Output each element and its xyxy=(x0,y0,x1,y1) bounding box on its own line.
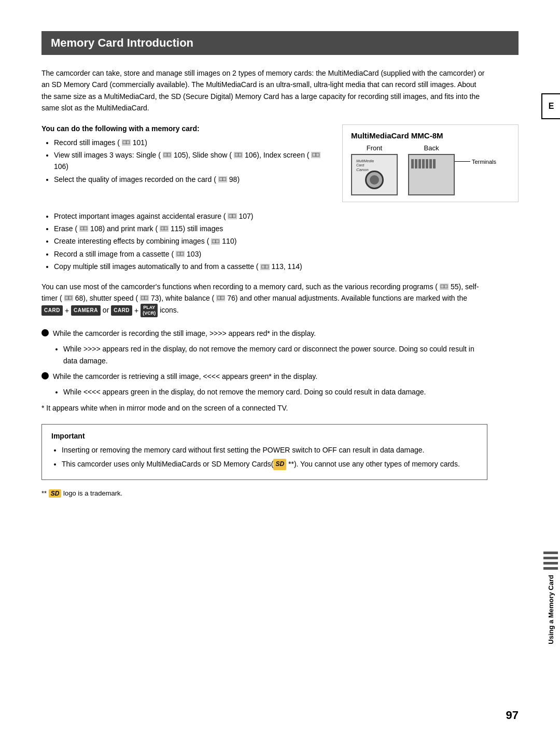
important-item-1: Inserting or removing the memory card wi… xyxy=(62,444,478,456)
important-list: Inserting or removing the memory card wi… xyxy=(51,444,478,470)
functions-text: You can use most of the camcorder's func… xyxy=(41,283,479,302)
card-badge-2: CARD xyxy=(111,305,132,316)
terminals-arrow: Terminals xyxy=(455,159,496,165)
list-item: Erase ( □□ 108) and print mark ( □□ 115)… xyxy=(54,223,519,234)
arrow-line xyxy=(455,161,470,162)
camera-badge: CAMERA xyxy=(71,305,101,316)
terminal-bar-2 xyxy=(415,159,417,168)
terminal-bar-4 xyxy=(422,159,425,168)
two-column-section: You can do the following with a memory c… xyxy=(41,124,519,202)
page-number: 97 xyxy=(506,709,519,722)
front-card-section: Front MultiMediaCardCanon xyxy=(351,144,398,195)
tab-e: E xyxy=(541,93,560,119)
side-vertical-text: Using a Memory Card xyxy=(547,575,555,644)
back-label: Back xyxy=(408,144,455,152)
badge-formula-2: CARD + PLAY(VCR) xyxy=(111,304,158,317)
terminal-bar-1 xyxy=(411,159,414,168)
play-vcr-badge: PLAY(VCR) xyxy=(141,304,158,317)
important-title: Important xyxy=(51,432,478,440)
intro-paragraph: The camcorder can take, store and manage… xyxy=(41,67,487,114)
feature-list: Record still images ( □□ 101) View still… xyxy=(41,137,327,186)
terminal-bar-3 xyxy=(418,159,421,168)
left-column: You can do the following with a memory c… xyxy=(41,124,327,190)
list-item: Select the quality of images recorded on… xyxy=(54,174,327,185)
sd-logo-footnote: SD xyxy=(49,489,62,498)
terminal-bars xyxy=(411,159,436,168)
terminal-bar-6 xyxy=(429,159,432,168)
list-item: Copy multiple still images automatically… xyxy=(54,261,519,272)
bullet-circle-1 xyxy=(41,329,49,336)
section-heading: You can do the following with a memory c… xyxy=(41,124,327,133)
retrieving-note-text: While the camcorder is retrieving a stil… xyxy=(53,371,317,382)
bullet-circle-2 xyxy=(41,372,49,379)
important-box: Important Inserting or removing the memo… xyxy=(41,424,487,479)
side-decorative-lines xyxy=(543,552,558,570)
list-item: Create interesting effects by combining … xyxy=(54,235,519,247)
card-front-image: MultiMediaCardCanon xyxy=(351,154,398,195)
plus-sign-2: + xyxy=(134,305,138,316)
page: E Using a Memory Card Memory Card Introd… xyxy=(0,0,560,748)
card-diagram: Front MultiMediaCardCanon Back xyxy=(351,144,510,195)
or-text: or xyxy=(103,306,111,314)
terminal-bar-5 xyxy=(426,159,428,168)
page-content: Memory Card Introduction The camcorder c… xyxy=(41,31,519,498)
page-title: Memory Card Introduction xyxy=(41,31,519,55)
sub-bullet-item-1: While >>>> appears red in the display, d… xyxy=(63,343,478,366)
footnote: ** SD logo is a trademark. xyxy=(41,489,519,498)
important-item-2: This camcorder uses only MultiMediaCards… xyxy=(62,458,478,470)
functions-paragraph: You can use most of the camcorder's func… xyxy=(41,281,487,317)
terminals-label: Terminals xyxy=(472,159,496,165)
list-item: Record still images ( □□ 101) xyxy=(54,137,327,148)
card-back-image xyxy=(408,154,455,195)
functions-suffix: icons. xyxy=(160,306,179,314)
card-info-box: MultiMediaCard MMC-8M Front MultiMediaCa… xyxy=(342,124,519,202)
back-card-section: Back xyxy=(408,144,455,195)
side-line-2 xyxy=(543,557,558,559)
plus-sign-1: + xyxy=(65,305,69,316)
list-item: Protect important images against acciden… xyxy=(54,210,519,222)
asterisk-note: * It appears white when in mirror mode a… xyxy=(41,402,487,414)
retrieving-note: While the camcorder is retrieving a stil… xyxy=(41,371,477,382)
recording-note-text: While the camcorder is recording the sti… xyxy=(53,328,316,339)
sd-logo-inline: SD xyxy=(273,459,286,470)
retrieving-sub-note: While <<<< appears green in the display,… xyxy=(53,386,478,398)
list-item: Record a still image from a cassette ( □… xyxy=(54,248,519,260)
recording-note: While the camcorder is recording the sti… xyxy=(41,328,477,339)
side-line-4 xyxy=(543,567,558,570)
tab-e-label: E xyxy=(549,102,554,111)
list-item: View still images 3 ways: Single ( □□ 10… xyxy=(54,149,327,173)
badge-formula-1: CARD + CAMERA xyxy=(41,305,101,316)
sub-bullet-item-2: While <<<< appears green in the display,… xyxy=(63,386,478,398)
side-line-1 xyxy=(543,552,558,554)
recording-sub-note: While >>>> appears red in the display, d… xyxy=(53,343,478,366)
front-label: Front xyxy=(351,144,398,152)
additional-feature-list: Protect important images against acciden… xyxy=(41,210,519,273)
card-lens-graphic xyxy=(365,171,384,189)
terminal-bar-7 xyxy=(433,159,436,168)
side-label-container: Using a Memory Card xyxy=(541,552,560,644)
card-title: MultiMediaCard MMC-8M xyxy=(351,131,510,140)
side-line-3 xyxy=(543,562,558,564)
card-badge-1: CARD xyxy=(41,305,63,316)
